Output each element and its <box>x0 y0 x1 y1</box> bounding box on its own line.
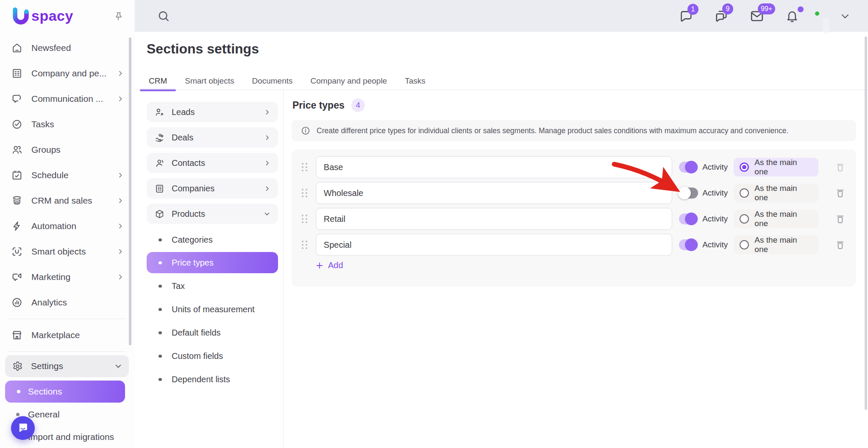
radio-icon <box>740 240 749 249</box>
crm-nav-leads[interactable]: Leads <box>147 102 278 122</box>
bullet-icon <box>159 285 162 288</box>
sidebar-item-newsfeed[interactable]: Newsfeed <box>0 35 135 61</box>
price-type-name-input[interactable] <box>316 182 672 204</box>
crm-sub-units-of-measurement[interactable]: Units of measurement <box>147 300 278 319</box>
sidebar-item-label: Company and pe... <box>31 68 106 78</box>
sidebar-item-label: Marketing <box>31 272 70 282</box>
tab-bar: CRM Smart objects Documents Company and … <box>140 72 434 90</box>
chevron-right-icon <box>117 70 124 77</box>
tab-crm[interactable]: CRM <box>140 72 176 90</box>
delete-icon[interactable] <box>835 188 846 199</box>
bullet-icon <box>159 331 162 334</box>
sidebar-item-marketplace[interactable]: Marketplace <box>0 322 135 348</box>
chevron-down-icon <box>114 362 122 370</box>
crm-nav-products[interactable]: Products <box>147 204 278 224</box>
sidebar-item-schedule[interactable]: Schedule <box>0 162 135 188</box>
crm-sub-default-fields[interactable]: Default fields <box>147 323 278 342</box>
sidebar-item-marketing[interactable]: Marketing <box>0 264 135 290</box>
sidebar-item-company-and-people[interactable]: Company and pe... <box>0 61 135 86</box>
price-type-name-input[interactable] <box>316 208 672 230</box>
main-sidebar: spacy Newsfeed Company and pe... Communi… <box>0 0 135 448</box>
sidebar-item-label: Analytics <box>31 297 67 308</box>
chevron-right-icon <box>117 172 124 179</box>
activity-toggle[interactable] <box>679 162 698 173</box>
bullet-icon <box>17 390 20 393</box>
chevron-right-icon <box>117 95 124 102</box>
sidebar-divider <box>8 351 126 352</box>
drag-handle-icon[interactable] <box>302 163 308 171</box>
price-type-name-input[interactable] <box>316 156 672 178</box>
chevron-right-icon <box>117 248 124 255</box>
page-scrollbar[interactable] <box>865 36 867 410</box>
sidebar-item-label: Communication ... <box>31 94 103 104</box>
as-main-option[interactable]: As the main one <box>734 158 818 176</box>
sidebar-item-smart-objects[interactable]: Smart objects <box>0 239 135 264</box>
delete-icon[interactable] <box>835 162 846 173</box>
logo[interactable]: spacy <box>0 0 135 32</box>
price-type-row: Activity As the main one <box>302 208 846 230</box>
sidebar-item-sections[interactable]: Sections <box>5 381 125 403</box>
activity-toggle[interactable] <box>679 188 698 199</box>
sidebar-item-communication[interactable]: Communication ... <box>0 86 135 112</box>
sidebar-divider <box>8 319 126 319</box>
support-chat-button[interactable] <box>11 416 35 440</box>
radio-icon <box>740 188 749 198</box>
tab-smart-objects[interactable]: Smart objects <box>176 72 243 90</box>
crm-nav-contacts[interactable]: Contacts <box>147 153 278 173</box>
as-main-option[interactable]: As the main one <box>734 184 818 202</box>
mail-icon[interactable]: 99+ <box>749 8 765 24</box>
chevron-down-icon[interactable] <box>840 11 850 21</box>
price-type-row: Activity As the main one <box>302 156 846 178</box>
add-price-type-button[interactable]: Add <box>315 260 343 270</box>
drag-handle-icon[interactable] <box>302 241 308 249</box>
groups-icon <box>11 144 23 156</box>
activity-label: Activity <box>702 188 728 198</box>
crm-sub-dependent-lists[interactable]: Dependent lists <box>147 370 278 389</box>
sidebar-item-label: Smart objects <box>31 246 86 257</box>
chat-icon[interactable]: 1 <box>679 9 693 23</box>
drag-handle-icon[interactable] <box>302 189 308 197</box>
tab-tasks[interactable]: Tasks <box>396 72 434 90</box>
chat-badge: 1 <box>687 4 698 15</box>
activity-toggle[interactable] <box>679 213 698 224</box>
sidebar-scrollbar[interactable] <box>129 37 131 345</box>
tasks-icon <box>11 118 23 130</box>
price-type-name-input[interactable] <box>316 234 672 256</box>
activity-toggle[interactable] <box>679 239 698 250</box>
tab-documents[interactable]: Documents <box>243 72 301 90</box>
sidebar-item-groups[interactable]: Groups <box>0 137 135 162</box>
bell-icon[interactable] <box>785 9 799 23</box>
crm-sub-categories[interactable]: Categories <box>147 230 278 249</box>
as-main-label: As the main one <box>754 158 812 176</box>
chevron-right-icon <box>117 274 124 280</box>
delete-icon[interactable] <box>835 213 846 225</box>
sidebar-item-label: Groups <box>31 145 61 155</box>
bullet-icon <box>159 261 162 264</box>
crm-nav-label: Products <box>172 209 205 219</box>
sidebar-item-analytics[interactable]: Analytics <box>0 290 135 315</box>
companies-icon <box>154 183 165 194</box>
delete-icon[interactable] <box>835 239 846 251</box>
bullet-icon <box>16 413 19 416</box>
crm-sub-custom-fields[interactable]: Custom fields <box>147 347 278 365</box>
tab-company-and-people[interactable]: Company and people <box>302 72 396 90</box>
group-chat-icon[interactable]: 9 <box>714 8 729 24</box>
bullet-icon <box>159 378 162 381</box>
pin-sidebar-icon[interactable] <box>113 11 124 22</box>
search-icon[interactable] <box>157 9 170 23</box>
crm-nav-deals[interactable]: Deals <box>147 127 278 148</box>
contacts-icon <box>154 158 165 168</box>
sidebar-item-settings[interactable]: Settings <box>5 355 129 377</box>
sidebar-item-tasks[interactable]: Tasks <box>0 112 135 137</box>
as-main-option[interactable]: As the main one <box>734 210 818 228</box>
crm-sub-price-types[interactable]: Price types <box>147 252 278 273</box>
crm-sub-tax[interactable]: Tax <box>147 277 278 295</box>
sidebar-item-crm-and-sales[interactable]: CRM and sales <box>0 188 135 213</box>
drag-handle-icon[interactable] <box>302 215 308 223</box>
as-main-option[interactable]: As the main one <box>734 235 818 254</box>
sidebar-item-automation[interactable]: Automation <box>0 213 135 239</box>
bell-dot-badge <box>798 6 804 12</box>
marketplace-icon <box>11 329 23 341</box>
crm-nav-companies[interactable]: Companies <box>147 178 278 199</box>
as-main-label: As the main one <box>754 184 812 202</box>
